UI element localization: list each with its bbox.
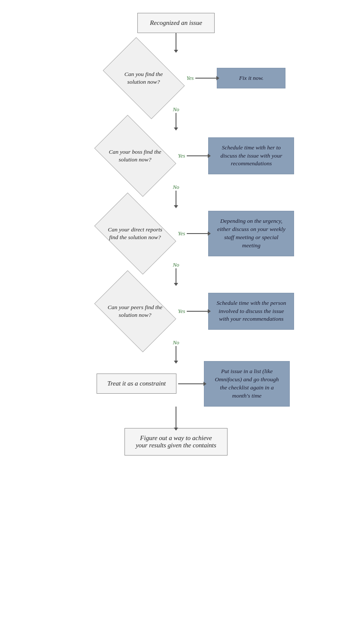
h-line-3: [187, 233, 208, 234]
diamond-text-2: Can your boss find the solution now?: [107, 148, 163, 164]
yes-label-1: Yes: [187, 75, 194, 82]
no-label-3: No: [173, 261, 179, 268]
arrow-d3-to-d4: [176, 268, 176, 283]
decision-row-1: Can you find the solution now? Yes Fix i…: [0, 50, 352, 106]
diamond-text-3: Can your direct reports find the solutio…: [107, 226, 163, 241]
no-section-4: No: [173, 339, 179, 361]
yes-arrow-1: Yes: [187, 75, 217, 82]
h-line-4: [187, 311, 208, 312]
no-section-3: No: [173, 261, 179, 283]
no-label-2: No: [173, 184, 179, 191]
no-section-1: No: [173, 106, 179, 128]
constraint-row: Treat it as a constraint Put issue in a …: [0, 361, 352, 407]
diamond-4: Can your peers find the solution now?: [92, 283, 178, 339]
diamond-1: Can you find the solution now?: [101, 50, 187, 106]
action-box-4: Schedule time with the person involved t…: [208, 293, 294, 330]
h-line-2: [187, 155, 208, 156]
yes-arrow-2: Yes: [178, 152, 209, 159]
yes-label-3: Yes: [178, 230, 185, 237]
decision-row-2: Can your boss find the solution now? Yes…: [0, 128, 352, 184]
diamond-text-1: Can you find the solution now?: [116, 70, 172, 86]
no-section-2: No: [173, 184, 179, 206]
arrow-d2-to-d3: [176, 191, 176, 206]
arrow-d4-to-constraint: [176, 346, 176, 361]
no-label-1: No: [173, 106, 179, 113]
start-box: Recognized an issue: [137, 13, 215, 33]
constraint-arrow: [178, 383, 204, 384]
no-label-4: No: [173, 339, 179, 346]
diamond-text-4: Can your peers find the solution now?: [107, 304, 163, 319]
yes-label-4: Yes: [178, 308, 185, 315]
decision-row-3: Can your direct reports find the solutio…: [0, 206, 352, 261]
yes-arrow-3: Yes: [178, 230, 209, 237]
action-box-2: Schedule time with her to discuss the is…: [208, 137, 294, 175]
yes-label-2: Yes: [178, 152, 185, 159]
decision-row-4: Can your peers find the solution now? Ye…: [0, 283, 352, 339]
arrow-d1-to-d2: [176, 113, 176, 128]
action-box-1: Fix it now.: [217, 68, 285, 89]
diamond-3: Can your direct reports find the solutio…: [92, 206, 178, 261]
constraint-h-line: [178, 383, 204, 384]
diamond-2: Can your boss find the solution now?: [92, 128, 178, 184]
action-box-3: Depending on the urgency, either discuss…: [208, 211, 294, 256]
final-box: Figure out a way to achieve your results…: [124, 428, 228, 456]
arrow-constraint-to-final: [176, 407, 176, 428]
constraint-action-box: Put issue in a list (like Omnifocus) and…: [204, 361, 290, 407]
arrow-start-to-d1: [176, 33, 176, 50]
flowchart: Recognized an issue Can you find the sol…: [0, 0, 352, 473]
yes-arrow-4: Yes: [178, 308, 209, 315]
constraint-box: Treat it as a constraint: [97, 374, 176, 394]
h-line-1: [195, 78, 217, 79]
